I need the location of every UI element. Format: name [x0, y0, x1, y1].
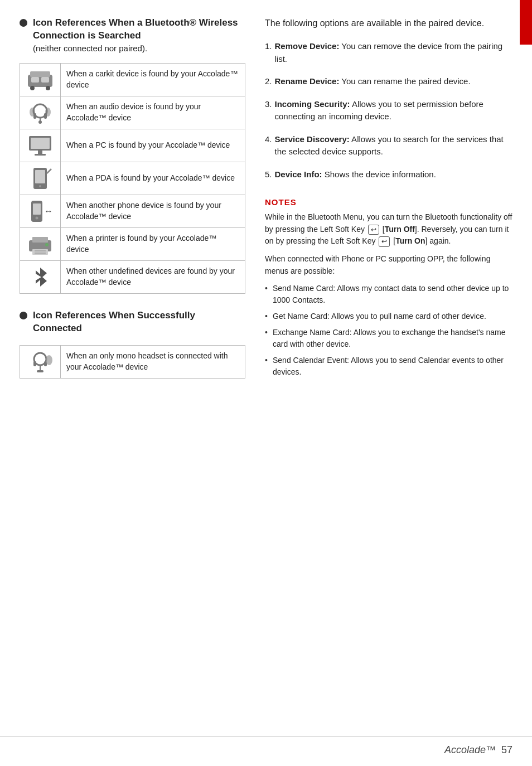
svg-point-11	[45, 108, 51, 117]
bullet-dot-2	[20, 312, 27, 319]
section2-title: Icon References When Successfully Connec…	[33, 309, 245, 335]
option-item-2: 2. Rename Device: You can rename the pai…	[265, 75, 515, 88]
phone-cell: ↔	[20, 195, 61, 227]
footer: Accolade™ 57	[444, 744, 512, 756]
pda-icon	[26, 167, 55, 190]
section1-subtitle: (neither connected nor paired).	[33, 43, 245, 53]
svg-point-19	[39, 185, 41, 187]
svg-rect-26	[32, 237, 48, 243]
intro-text: The following options are available in t…	[265, 17, 515, 30]
printer-cell	[20, 227, 61, 260]
audio-text: When an audio device is found by your Ac…	[61, 96, 245, 129]
section2-header: Icon References When Successfully Connec…	[20, 309, 245, 335]
printer-icon	[26, 232, 55, 256]
section1-title: Icon References When a Bluetooth® Wirele…	[33, 17, 245, 42]
svg-rect-1	[31, 77, 39, 83]
svg-point-23	[36, 216, 38, 219]
turn-off-label: Turn Off	[385, 225, 415, 234]
svg-point-4	[46, 86, 50, 90]
pda-text: When a PDA is found by your Accolade™ de…	[61, 162, 245, 195]
option-item-1: 1. Remove Device: You can remove the dev…	[265, 40, 515, 65]
svg-rect-15	[38, 151, 42, 154]
brand-label: Accolade™	[444, 744, 496, 756]
svg-point-10	[38, 120, 42, 124]
list-item-3: Exchange Name Card: Allows you to exchan…	[265, 327, 515, 350]
svg-marker-31	[36, 268, 47, 287]
softkey-icon-on: ↩	[379, 236, 390, 247]
option-item-4: 4. Service Discovery: Allows you to sear…	[265, 133, 515, 158]
svg-rect-27	[32, 249, 48, 255]
undefined-icon	[26, 265, 55, 289]
undefined-cell	[20, 260, 61, 293]
carkit-icon	[26, 68, 55, 91]
svg-rect-33	[33, 361, 36, 366]
svg-rect-28	[35, 250, 46, 251]
table-row: When a PDA is found by your Accolade™ de…	[20, 162, 245, 195]
svg-rect-5	[30, 71, 50, 77]
turn-on-label: Turn On	[395, 236, 425, 245]
page: Icon References When a Bluetooth® Wirele…	[0, 0, 532, 766]
svg-rect-18	[35, 170, 45, 183]
svg-point-30	[45, 243, 49, 246]
options-list: 1. Remove Device: You can remove the dev…	[265, 40, 515, 181]
svg-rect-36	[37, 370, 43, 372]
audio-cell	[20, 96, 61, 129]
list-item-4: Send Calendar Event: Allows you to send …	[265, 355, 515, 378]
notes-list: Send Name Card: Allows my contact data t…	[265, 283, 515, 378]
printer-text: When a printer is found by your Accolade…	[61, 227, 245, 260]
audio-icon	[26, 101, 55, 124]
option-item-3: 3. Incoming Security: Allows you to set …	[265, 98, 515, 123]
svg-point-12	[30, 108, 35, 117]
table-row: When a printer is found by your Accolade…	[20, 227, 245, 260]
carkit-text: When a carkit device is found by your Ac…	[61, 63, 245, 96]
pda-cell	[20, 162, 61, 195]
table-row: ↔ When another phone device is found by …	[20, 195, 245, 227]
pc-icon	[26, 134, 55, 157]
phone-icon: ↔	[26, 200, 55, 223]
svg-text:↔: ↔	[44, 206, 53, 216]
table-row: When an only mono headset is connected w…	[20, 345, 245, 378]
svg-point-37	[46, 355, 52, 365]
table-row: When a carkit device is found by your Ac…	[20, 63, 245, 96]
pc-text: When a PC is found by your Accolade™ dev…	[61, 129, 245, 162]
right-column: The following options are available in t…	[257, 0, 532, 766]
softkey-icon-off: ↩	[368, 225, 379, 235]
headset-text: When an only mono headset is connected w…	[61, 345, 245, 378]
list-item-2: Get Name Card: Allows you to pull name c…	[265, 311, 515, 322]
svg-rect-2	[41, 77, 49, 83]
left-column: Icon References When a Bluetooth® Wirele…	[0, 0, 257, 766]
table-row: When a PC is found by your Accolade™ dev…	[20, 129, 245, 162]
table-row: When other undefined devices are found b…	[20, 260, 245, 293]
bullet-dot-1	[20, 19, 27, 27]
headset-cell	[20, 345, 61, 378]
list-item-1: Send Name Card: Allows my contact data t…	[265, 283, 515, 306]
notes-section: NOTES While in the Bluetooth Menu, you c…	[265, 197, 515, 378]
svg-point-3	[30, 86, 35, 90]
svg-line-20	[47, 169, 51, 173]
red-tab	[520, 0, 532, 45]
phone-text: When another phone device is found by yo…	[61, 195, 245, 227]
table-row: When an audio device is found by your Ac…	[20, 96, 245, 129]
svg-rect-16	[35, 154, 46, 156]
footer-line	[0, 736, 532, 737]
svg-rect-29	[35, 253, 46, 254]
notes-title: NOTES	[265, 197, 515, 207]
svg-rect-22	[33, 203, 41, 215]
section2-table: When an only mono headset is connected w…	[20, 345, 245, 379]
section1-table: When a carkit device is found by your Ac…	[20, 63, 245, 294]
page-number: 57	[501, 744, 512, 756]
notes-paragraph-1: While in the Bluetooth Menu, you can tur…	[265, 211, 515, 248]
headset-icon	[26, 350, 55, 374]
pc-cell	[20, 129, 61, 162]
undefined-text: When other undefined devices are found b…	[61, 260, 245, 293]
section1-header: Icon References When a Bluetooth® Wirele…	[20, 17, 245, 53]
carkit-cell	[20, 63, 61, 96]
svg-rect-14	[31, 138, 50, 149]
notes-paragraph-2: When connected with Phone or PC supporti…	[265, 253, 515, 277]
option-item-5: 5. Device Info: Shows the device informa…	[265, 168, 515, 181]
